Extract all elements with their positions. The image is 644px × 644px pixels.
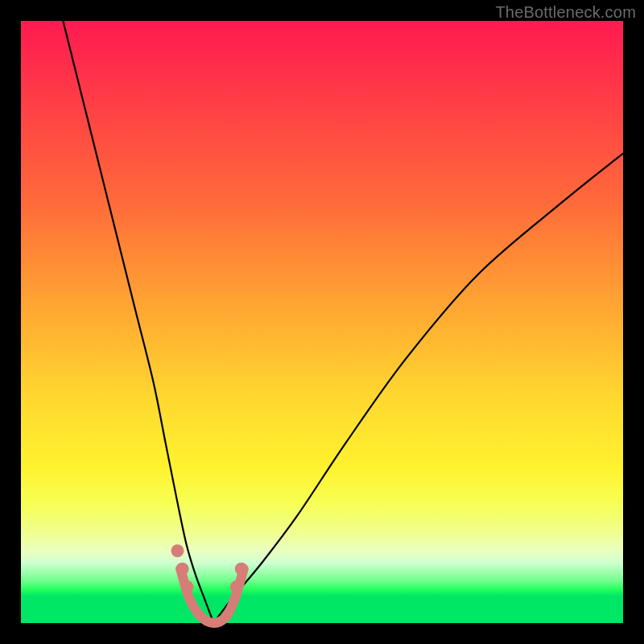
bead <box>235 563 248 576</box>
left-branch-curve <box>63 21 213 623</box>
chart-svg <box>21 21 623 623</box>
outer-frame: TheBottleneck.com <box>0 0 644 644</box>
bead <box>180 580 193 593</box>
bead <box>230 580 243 593</box>
bead <box>171 544 184 557</box>
watermark-text: TheBottleneck.com <box>495 3 636 22</box>
bead <box>175 563 188 576</box>
right-branch-curve <box>213 154 623 623</box>
plot-area <box>21 21 623 623</box>
beads-group <box>171 544 247 593</box>
valley-floor-curve <box>180 569 244 623</box>
